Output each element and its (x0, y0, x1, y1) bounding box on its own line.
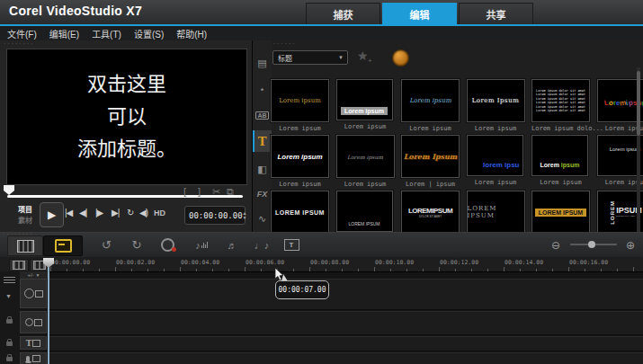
title-template-thumbnail[interactable]: Lorem ipsum (271, 135, 329, 178)
library-item[interactable]: LOREM IPSUM (336, 191, 395, 232)
preview-video-area[interactable]: 双击这里 可以 添加标题。 (6, 49, 247, 185)
scrubber-track[interactable] (7, 195, 243, 198)
undo-button[interactable]: ↻ (95, 235, 117, 254)
motion-path-icon[interactable]: ∿ (253, 208, 272, 229)
title-template-thumbnail[interactable]: lorem ipsu (467, 135, 523, 176)
gallery-category-dropdown[interactable]: 标题 ▼ (272, 50, 348, 65)
mark-out-icon[interactable]: ] (198, 186, 201, 197)
storyboard-view-button[interactable] (7, 235, 43, 256)
volume-button[interactable]: ◀) (139, 208, 147, 218)
ripple-edit-icon[interactable] (6, 357, 13, 361)
subtitle-editor-button[interactable]: T (281, 235, 302, 254)
video-track[interactable] (48, 279, 643, 310)
library-item[interactable]: Lorem ipsumLorem ipsum (336, 135, 395, 188)
timeline-ruler[interactable]: 00:00:00.0000:00:02.0000:00:04.0000:00:0… (0, 257, 643, 272)
library-item[interactable]: Lorem IpsumLorem ipsum (467, 79, 525, 132)
video-track-icon-cell[interactable] (20, 279, 47, 308)
voice-track-icon-cell[interactable] (20, 352, 47, 364)
auto-music-button[interactable]: ♩♪ (250, 235, 273, 254)
library-item[interactable]: LOREM IPSUM (271, 191, 329, 232)
next-frame-button[interactable]: |▶ (95, 208, 103, 218)
library-item[interactable]: LOREM IPSUM (467, 191, 525, 232)
home-button[interactable]: |◀ (65, 208, 72, 218)
title-template-thumbnail[interactable]: LOREMIPSUMDOLOR SIT AMET (401, 191, 460, 232)
record-capture-option-button[interactable] (156, 235, 178, 254)
end-button[interactable]: ▶| (112, 208, 119, 218)
transition-icon[interactable]: AB (253, 104, 272, 126)
tab-edit[interactable]: 编辑 (382, 3, 457, 24)
library-item[interactable]: lorem ipsuLorem ipsum (467, 135, 525, 186)
scrollbar-thumb[interactable] (637, 71, 640, 136)
library-item[interactable]: LOREMIPSUMDOLOR SIT AMET (401, 191, 460, 232)
library-item[interactable]: Lorem ipsumLorem ipsum (531, 135, 590, 186)
track-manager-button[interactable]: +/-▼ (20, 271, 48, 279)
mark-in-icon[interactable]: [ (183, 186, 186, 197)
instant-project-icon[interactable]: ⋆ (253, 78, 272, 100)
split-clip-icon[interactable]: ✂ (212, 186, 220, 198)
menu-item[interactable]: 帮助(H) (176, 27, 207, 40)
zoom-out-icon[interactable]: ⊖ (549, 235, 563, 254)
mode-project-label[interactable]: 项目 (18, 204, 32, 214)
library-scrollbar[interactable] (637, 67, 640, 232)
graphic-icon[interactable]: ◧ (253, 158, 272, 180)
menu-item[interactable]: 文件(F) (7, 27, 37, 40)
overlay-track-icon-cell[interactable] (20, 311, 47, 333)
title-template-thumbnail[interactable]: LOREM IPSUM (467, 191, 525, 232)
library-item[interactable]: Lorem IpsumLorem | ipsum (401, 135, 460, 188)
title-template-thumbnail[interactable]: Lorem Ipsum (467, 79, 525, 122)
chevron-down-icon[interactable]: ▼ (5, 293, 12, 299)
play-button[interactable]: ▶ (40, 202, 64, 227)
timecode-display[interactable]: 00:00:00.00 ▲▼ (184, 206, 246, 225)
library-item[interactable]: Lorem ipsumLorem ipsum (271, 79, 329, 132)
enlarge-preview-icon[interactable]: ⧉ (227, 186, 234, 198)
media-icon[interactable]: ▤ (253, 52, 272, 74)
sound-mixer-button[interactable]: ♪ (189, 235, 214, 254)
library-item[interactable]: Lorem ipsumLorem ipsum (401, 79, 460, 132)
title-track[interactable] (48, 336, 643, 351)
playhead-line[interactable] (48, 267, 49, 364)
audio-adjust-button[interactable]: ♬ (221, 235, 243, 254)
timeline-view-button[interactable] (43, 235, 83, 256)
track-list-icon[interactable] (4, 277, 15, 285)
title-template-thumbnail[interactable]: Lorem ipsum (336, 79, 393, 120)
title-template-thumbnail[interactable]: Lorem ipsum (401, 79, 460, 122)
prev-frame-button[interactable]: ◀| (79, 208, 86, 218)
library-item[interactable]: Lorem ipsumLorem ipsum (336, 79, 395, 130)
menu-item[interactable]: 编辑(E) (49, 27, 79, 40)
redo-button[interactable]: ↻ (126, 235, 147, 254)
title-template-thumbnail[interactable]: Lorem ipsum (271, 79, 329, 122)
library-item[interactable]: Lorem ipsumLorem ipsum (271, 135, 329, 188)
ripple-edit-icon[interactable] (6, 319, 13, 324)
library-item[interactable]: LOREM IPSUM (531, 191, 590, 232)
show-all-tracks-button[interactable] (9, 259, 29, 271)
panel-grip[interactable]: ········ (4, 41, 35, 46)
zoom-slider-thumb[interactable] (588, 241, 595, 248)
tab-share[interactable]: 共享 (459, 3, 533, 24)
title-template-thumbnail[interactable]: LOREM IPSUM (271, 191, 329, 232)
menu-item[interactable]: 设置(S) (134, 27, 164, 40)
title-template-thumbnail[interactable]: Lorem ipsum (336, 135, 395, 178)
zoom-slider[interactable] (570, 244, 617, 245)
browse-more-icon[interactable] (392, 49, 409, 67)
title-template-thumbnail[interactable]: Lorem ipsum (531, 135, 588, 176)
hd-toggle[interactable]: HD (154, 209, 165, 218)
timecode-spinner[interactable]: ▲▼ (243, 211, 249, 220)
add-to-favorites-icon[interactable]: ★ (357, 49, 369, 63)
voice-track[interactable] (48, 352, 643, 364)
zoom-in-icon[interactable]: ⊕ (623, 235, 638, 254)
scrubber-playhead[interactable] (4, 185, 14, 195)
title-template-thumbnail[interactable]: LOREM IPSUM (336, 191, 393, 232)
menu-item[interactable]: 工具(T) (92, 27, 121, 40)
ripple-edit-icon[interactable] (6, 342, 13, 346)
mode-clip-label[interactable]: 素材 (18, 215, 32, 225)
title-template-thumbnail[interactable]: Lorem Ipsum (401, 135, 460, 178)
title-template-thumbnail[interactable]: Lorem ipsum dolor sit ametLorem ipsum do… (531, 79, 590, 122)
overlay-track[interactable] (48, 311, 643, 335)
tab-capture[interactable]: 捕获 (306, 3, 380, 24)
library-item[interactable]: Lorem ipsum dolor sit ametLorem ipsum do… (531, 79, 590, 132)
filter-icon[interactable]: FX (253, 183, 272, 205)
title-template-thumbnail[interactable]: LOREM IPSUM (531, 191, 590, 232)
title-icon[interactable]: T (253, 130, 272, 152)
title-track-icon-cell[interactable]: T (20, 336, 47, 350)
repeat-button[interactable]: ↻ (127, 208, 133, 218)
